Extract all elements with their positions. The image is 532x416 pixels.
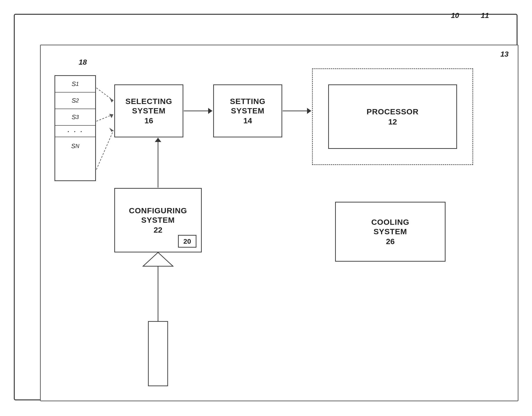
configuring-system-box: CONFIGURINGSYSTEM 22 20 [114, 188, 202, 252]
state-s1: S1 [55, 76, 95, 93]
svg-marker-9 [307, 108, 311, 114]
setting-system-number: 14 [243, 116, 252, 125]
ref-24: 24 [152, 326, 160, 334]
processor-label: PROCESSOR [367, 107, 418, 116]
cooling-system-number: 26 [386, 237, 395, 246]
inner-border: 13 18 S1 S2 S3 · · · SN SELECTINGSYSTEM … [40, 45, 518, 401]
svg-marker-15 [143, 252, 173, 266]
ref-18: 18 [79, 58, 87, 67]
svg-marker-7 [208, 108, 212, 114]
cooling-system-box: COOLINGSYSTEM 26 [335, 202, 446, 261]
ref-13: 13 [500, 50, 509, 58]
svg-marker-5 [109, 128, 114, 132]
svg-marker-3 [109, 114, 114, 118]
svg-line-4 [96, 130, 114, 170]
configuring-system-label: CONFIGURINGSYSTEM [129, 206, 187, 225]
setting-system-label: SETTINGSYSTEM [230, 97, 266, 116]
ref-10: 10 [451, 11, 459, 20]
states-box: S1 S2 S3 · · · SN [55, 75, 96, 181]
svg-marker-13 [154, 253, 162, 257]
configuring-system-number: 22 [154, 225, 162, 234]
state-dots: · · · [55, 126, 95, 137]
processor-number: 12 [388, 117, 397, 126]
processor-region: PROCESSOR 12 [312, 68, 473, 165]
state-sn: SN [55, 137, 95, 155]
ref-11: 11 [481, 11, 489, 20]
outer-border: 11 10 13 18 S1 S2 S3 · · · SN SELECTINGS… [14, 14, 518, 400]
selecting-system-label: SELECTINGSYSTEM [125, 97, 172, 116]
state-s3: S3 [55, 109, 95, 126]
state-s2: S2 [55, 93, 95, 109]
selecting-system-number: 16 [144, 116, 153, 125]
setting-system-box: SETTINGSYSTEM 14 [213, 84, 282, 137]
svg-marker-1 [110, 98, 114, 102]
svg-marker-11 [155, 138, 161, 142]
selecting-system-box: SELECTINGSYSTEM 16 [114, 84, 183, 137]
sub-box-20: 20 [178, 235, 196, 248]
cooling-system-label: COOLINGSYSTEM [371, 217, 409, 236]
processor-box: PROCESSOR 12 [328, 84, 457, 149]
svg-line-2 [96, 114, 114, 121]
svg-line-0 [96, 88, 114, 101]
